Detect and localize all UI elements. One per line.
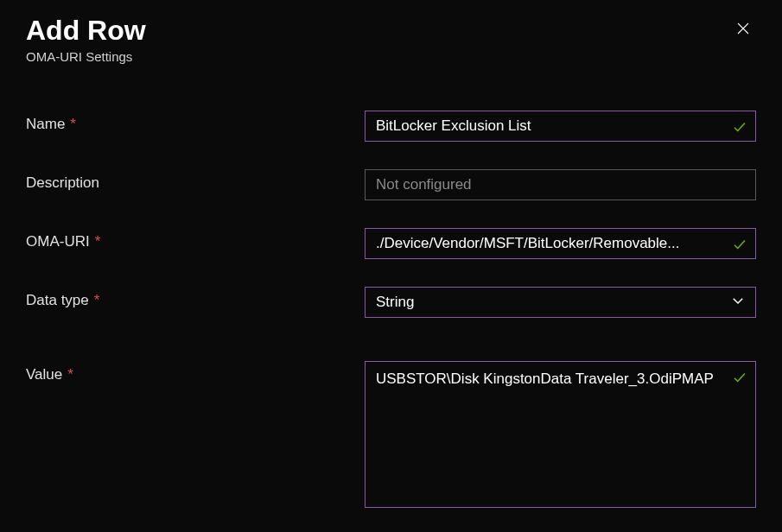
required-indicator: * <box>94 292 100 309</box>
close-button[interactable] <box>730 16 756 44</box>
row-value: Value * <box>26 361 756 508</box>
required-indicator: * <box>70 116 76 133</box>
label-description-text: Description <box>26 174 99 192</box>
close-icon <box>735 21 751 39</box>
row-datatype: Data type * String <box>26 287 756 318</box>
row-omauri: OMA-URI * <box>26 228 756 259</box>
label-value: Value * <box>26 361 365 383</box>
label-datatype: Data type * <box>26 287 365 309</box>
name-input[interactable] <box>365 111 756 142</box>
datatype-select[interactable]: String <box>365 287 756 318</box>
label-name: Name * <box>26 111 365 133</box>
label-omauri-text: OMA-URI <box>26 233 90 250</box>
label-omauri: OMA-URI * <box>26 228 365 250</box>
label-name-text: Name <box>26 116 65 133</box>
required-indicator: * <box>67 366 73 383</box>
form: Name * Description OMA- <box>26 111 756 508</box>
omauri-input[interactable] <box>365 228 756 259</box>
dialog-title: Add Row <box>26 16 146 46</box>
value-textarea[interactable] <box>365 361 756 508</box>
label-description: Description <box>26 169 365 192</box>
label-value-text: Value <box>26 366 62 383</box>
description-input[interactable] <box>365 169 756 200</box>
row-name: Name * <box>26 111 756 142</box>
row-description: Description <box>26 169 756 200</box>
required-indicator: * <box>95 233 101 250</box>
dialog-subtitle: OMA-URI Settings <box>26 49 146 64</box>
label-datatype-text: Data type <box>26 292 89 309</box>
